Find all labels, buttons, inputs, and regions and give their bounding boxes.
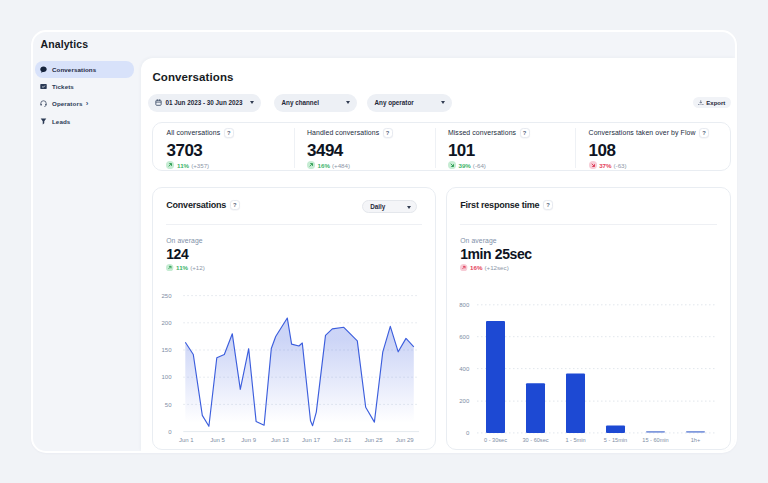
- svg-text:250: 250: [162, 293, 173, 299]
- svg-text:15 - 60min: 15 - 60min: [642, 437, 668, 443]
- svg-text:Jun 25: Jun 25: [365, 437, 384, 443]
- svg-text:150: 150: [162, 348, 173, 354]
- svg-text:Jun 1: Jun 1: [179, 437, 194, 443]
- svg-text:200: 200: [459, 399, 470, 405]
- svg-text:Jun 21: Jun 21: [333, 437, 352, 443]
- svg-text:Jun 13: Jun 13: [271, 437, 290, 443]
- svg-text:50: 50: [165, 402, 172, 408]
- svg-text:0 - 30sec: 0 - 30sec: [484, 437, 507, 443]
- svg-text:Jun 29: Jun 29: [396, 437, 415, 443]
- svg-text:30 - 60sec: 30 - 60sec: [523, 437, 549, 443]
- svg-text:0: 0: [466, 430, 470, 436]
- svg-text:0: 0: [168, 429, 172, 435]
- svg-text:100: 100: [162, 375, 173, 381]
- svg-text:200: 200: [162, 320, 173, 326]
- svg-text:400: 400: [459, 366, 470, 372]
- svg-text:5 - 15min: 5 - 15min: [604, 437, 627, 443]
- svg-text:Jun 9: Jun 9: [242, 437, 257, 443]
- svg-text:Jun 17: Jun 17: [302, 437, 321, 443]
- svg-text:800: 800: [459, 302, 470, 308]
- svg-text:Jun 5: Jun 5: [210, 437, 225, 443]
- svg-text:600: 600: [459, 334, 470, 340]
- svg-text:1h+: 1h+: [691, 437, 701, 443]
- svg-text:1 - 5min: 1 - 5min: [566, 437, 586, 443]
